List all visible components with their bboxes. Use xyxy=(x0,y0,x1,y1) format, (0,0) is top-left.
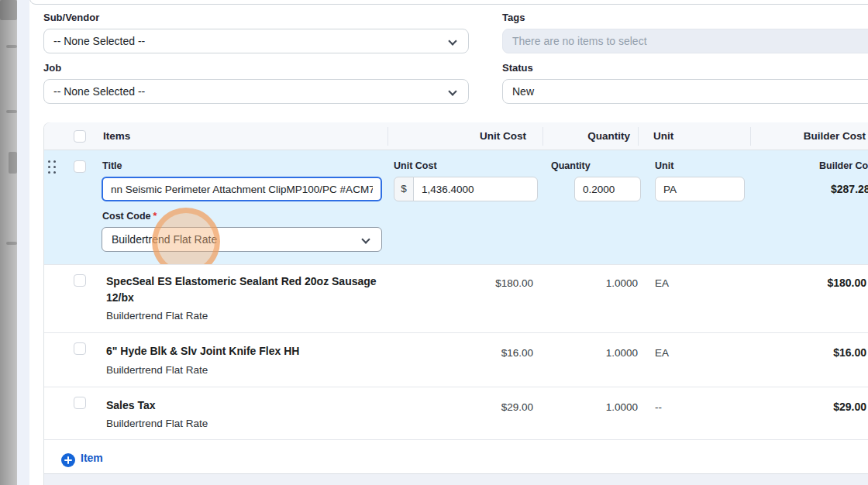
select-all-checkbox[interactable] xyxy=(74,130,86,143)
builder-cost-cell: $16.00 xyxy=(790,346,866,359)
quantity-label: Quantity xyxy=(551,160,591,171)
sub-vendor-label: Sub/Vendor xyxy=(43,12,99,23)
table-header-row: Items Unit Cost Quantity Unit Builder Co… xyxy=(44,122,868,150)
column-divider xyxy=(638,127,639,146)
item-cost-code: Buildertrend Flat Rate xyxy=(106,364,208,376)
column-divider xyxy=(750,127,751,146)
required-marker: * xyxy=(153,211,157,222)
chevron-down-icon xyxy=(448,87,456,95)
unit-label: Unit xyxy=(655,160,673,171)
title-field-cutoff[interactable] xyxy=(29,0,868,5)
job-label: Job xyxy=(43,62,61,74)
builder-cost-value: $287.28 xyxy=(831,183,868,195)
builder-cost-cell: $180.00 xyxy=(790,277,866,289)
title-label: Title xyxy=(102,160,122,171)
sub-vendor-value: -- None Selected -- xyxy=(53,35,145,47)
quantity-cell: 1.0000 xyxy=(574,277,638,289)
cost-code-label: Cost Code* xyxy=(102,211,157,222)
drag-handle-icon[interactable] xyxy=(48,160,57,174)
unit-cell: EA xyxy=(655,277,669,289)
unit-cost-input[interactable] xyxy=(413,177,538,201)
purchase-order-form: Sub/Vendor -- None Selected -- Tags Ther… xyxy=(0,0,868,485)
col-items: Items xyxy=(103,130,130,142)
row-checkbox[interactable] xyxy=(74,160,86,173)
builder-cost-label: Builder Cost xyxy=(819,160,868,171)
item-title: 6" Hyde Blk & Slv Joint Knife Flex HH xyxy=(106,343,389,359)
unit-cost-cell: $180.00 xyxy=(450,277,533,289)
table-row[interactable]: 6" Hyde Blk & Slv Joint Knife Flex HH $1… xyxy=(44,332,868,387)
unit-input[interactable] xyxy=(655,177,745,201)
tags-placeholder: There are no items to select xyxy=(512,35,647,47)
row-checkbox[interactable] xyxy=(74,397,86,409)
job-select[interactable]: -- None Selected -- xyxy=(43,79,469,104)
chevron-down-icon xyxy=(361,235,370,243)
modal-gutter xyxy=(17,0,29,485)
title-input[interactable] xyxy=(102,177,382,201)
table-footer xyxy=(44,473,868,485)
row-checkbox[interactable] xyxy=(74,342,86,355)
job-value: -- None Selected -- xyxy=(53,85,145,98)
currency-symbol: $ xyxy=(394,177,414,201)
tags-select[interactable]: There are no items to select xyxy=(502,29,868,53)
item-edit-row: Title Unit Cost $ Quantity Unit Builder … xyxy=(44,150,868,264)
column-divider xyxy=(388,127,388,146)
table-row[interactable]: SpecSeal ES Elastomeric Sealant Red 20oz… xyxy=(44,264,868,332)
unit-cell: -- xyxy=(655,401,662,413)
unit-cell: EA xyxy=(655,347,669,359)
builder-cost-cell: $29.00 xyxy=(790,401,866,413)
plus-icon[interactable] xyxy=(61,453,75,467)
item-title: Sales Tax xyxy=(106,397,389,414)
column-divider xyxy=(542,127,543,146)
unit-cost-label: Unit Cost xyxy=(394,160,437,171)
col-quantity: Quantity xyxy=(566,130,630,142)
col-unit: Unit xyxy=(653,130,673,142)
quantity-cell: 1.0000 xyxy=(574,347,638,359)
sub-vendor-select[interactable]: -- None Selected -- xyxy=(43,29,469,53)
table-row[interactable]: Sales Tax $29.00 1.0000 -- $29.00 Builde… xyxy=(44,387,868,439)
quantity-cell: 1.0000 xyxy=(574,401,638,413)
add-item-row: Item xyxy=(44,439,868,473)
status-label: Status xyxy=(502,62,533,74)
row-checkbox[interactable] xyxy=(74,274,86,287)
quantity-input[interactable] xyxy=(574,177,641,201)
tags-label: Tags xyxy=(502,12,525,23)
unit-cost-cell: $16.00 xyxy=(450,347,533,359)
item-cost-code: Buildertrend Flat Rate xyxy=(106,310,208,322)
status-select[interactable]: New xyxy=(502,79,868,104)
col-unit-cost: Unit Cost xyxy=(443,130,526,142)
status-value: New xyxy=(512,85,534,98)
unit-cost-cell: $29.00 xyxy=(450,401,533,413)
chevron-down-icon xyxy=(448,36,456,45)
col-builder-cost: Builder Cost xyxy=(790,130,866,142)
dimmed-backdrop xyxy=(0,0,17,485)
item-cost-code: Buildertrend Flat Rate xyxy=(106,418,208,429)
cost-code-select[interactable]: Buildertrend Flat Rate xyxy=(102,227,382,252)
item-title: SpecSeal ES Elastomeric Sealant Red 20oz… xyxy=(106,273,389,306)
add-item-button[interactable]: Item xyxy=(81,452,103,464)
